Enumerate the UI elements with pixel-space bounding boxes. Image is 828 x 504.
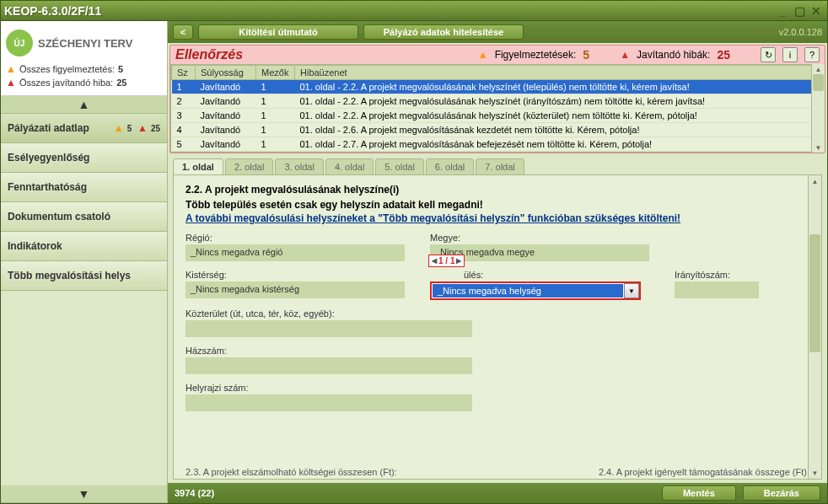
minimize-button[interactable]: _ <box>775 4 790 18</box>
verify-data-button[interactable]: Pályázó adatok hitelesítése <box>363 24 524 40</box>
scroll-down-icon[interactable]: ▼ <box>812 142 825 153</box>
logo-area: ÚJ SZÉCHENYI TERV ▲ Összes figyelmezteté… <box>1 21 167 96</box>
error-scrollbar[interactable]: ▲ ▼ <box>811 64 825 153</box>
warning-icon: ▲ <box>478 49 488 61</box>
warning-icon: ▲ <box>6 63 16 75</box>
form-scrollbar[interactable]: ▲ ▼ <box>808 175 821 479</box>
tab-page-4[interactable]: 4. oldal <box>325 158 374 174</box>
summary-errors: ▲ Összes javítandó hiba: 25 <box>6 77 162 88</box>
tabs-row: 1. oldal2. oldal3. oldal4. oldal5. oldal… <box>168 155 827 174</box>
back-button[interactable]: < <box>173 24 193 40</box>
helyrajzi-field[interactable] <box>185 394 472 411</box>
hazszam-field[interactable] <box>185 357 472 374</box>
toolbar: < Kitöltési útmutató Pályázó adatok hite… <box>168 21 827 43</box>
telepules-label: ülés: <box>464 270 641 280</box>
nav-item-indikatorok[interactable]: Indikátorok <box>1 232 167 261</box>
nav-item-tobb-megvalositasi[interactable]: Több megvalósítási helys <box>1 261 167 291</box>
section-subheading: Több település esetén csak egy helyszín … <box>185 199 809 211</box>
pager: ◀ 1 / 1 ▶ <box>428 255 465 267</box>
info-icon[interactable]: i <box>782 47 798 62</box>
table-row[interactable]: 3Javítandó101. oldal - 2.2. A projekt me… <box>172 109 824 123</box>
tab-page-2[interactable]: 2. oldal <box>225 158 273 174</box>
save-button[interactable]: Mentés <box>662 485 736 501</box>
tab-page-1[interactable]: 1. oldal <box>173 158 223 174</box>
scroll-up-icon[interactable]: ▲ <box>812 64 825 74</box>
nav-scroll-up[interactable]: ▲ <box>1 96 167 114</box>
error-icon: ▲ <box>6 77 16 88</box>
iranyitoszam-field[interactable] <box>675 281 759 298</box>
footer: 3974 (22) Mentés Bezárás <box>168 483 827 503</box>
iranyitoszam-label: Irányítószám: <box>675 270 759 280</box>
logo-text: SZÉCHENYI TERV <box>38 37 132 50</box>
chevron-down-icon[interactable]: ▼ <box>624 283 639 298</box>
regio-field[interactable]: _Nincs megadva régió <box>185 244 405 261</box>
nav-scroll-down[interactable]: ▼ <box>1 485 167 503</box>
section-heading: 2.2. A projekt megvalósulásának helyszín… <box>185 184 809 196</box>
kozterulet-label: Közterület (út, utca, tér, köz, egyéb): <box>185 308 472 319</box>
window-title: KEOP-6.3.0/2F/11 <box>4 4 775 18</box>
tab-page-6[interactable]: 6. oldal <box>426 158 474 174</box>
telepules-dropdown[interactable]: _Nincs megadva helység ▼ <box>430 281 641 300</box>
summary-warnings: ▲ Összes figyelmeztetés: 5 <box>6 63 162 75</box>
error-table: Sz Súlyosság Mezők Hibaüzenet 1Javítandó… <box>171 65 824 152</box>
pager-next-icon[interactable]: ▶ <box>456 257 461 265</box>
kisterseg-field[interactable]: _Nincs megadva kistérség <box>185 281 405 298</box>
sidebar: ÚJ SZÉCHENYI TERV ▲ Összes figyelmezteté… <box>1 21 168 503</box>
scroll-thumb[interactable] <box>813 74 824 91</box>
nav-item-eselyegyenloseg[interactable]: Esélyegyenlőség <box>1 143 167 173</box>
scroll-thumb[interactable] <box>809 234 820 352</box>
titlebar: KEOP-6.3.0/2F/11 _ ▢ ✕ <box>1 1 827 21</box>
cutoff-text: 2.3. A projekt elszámolható költségei ös… <box>185 467 809 477</box>
table-row[interactable]: 4Javítandó101. oldal - 2.6. A projekt me… <box>172 123 824 137</box>
pager-prev-icon[interactable]: ◀ <box>432 257 437 265</box>
scroll-down-icon[interactable]: ▼ <box>809 467 821 479</box>
table-row[interactable]: 2Javítandó101. oldal - 2.2. A projekt me… <box>172 94 824 109</box>
table-row[interactable]: 1Javítandó101. oldal - 2.2. A projekt me… <box>172 80 824 94</box>
section-link[interactable]: A további megvalósulási helyszíneket a "… <box>185 212 809 224</box>
error-panel: Ellenőrzés ▲ Figyelmeztetések: 5 ▲ Javít… <box>169 45 825 153</box>
table-header: Sz Súlyosság Mezők Hibaüzenet <box>172 66 824 80</box>
help-icon[interactable]: ? <box>804 47 820 62</box>
nav-item-fenntarthatosag[interactable]: Fenntarthatóság <box>1 173 167 202</box>
close-button[interactable]: ✕ <box>809 4 824 18</box>
kozterulet-field[interactable] <box>185 320 472 337</box>
nav-item-palyazati[interactable]: Pályázati adatlap ▲5 ▲25 <box>1 114 167 143</box>
refresh-icon[interactable]: ↻ <box>761 47 776 62</box>
table-row[interactable]: 5Javítandó101. oldal - 2.7. A projekt me… <box>172 137 824 152</box>
form-area: 2.2. A projekt megvalósulásának helyszín… <box>173 174 822 480</box>
kisterseg-label: Kistérség: <box>185 270 405 280</box>
tab-page-3[interactable]: 3. oldal <box>275 158 323 174</box>
help-guide-button[interactable]: Kitöltési útmutató <box>198 24 358 40</box>
helyrajzi-label: Helyrajzi szám: <box>185 383 472 393</box>
warning-icon: ▲ <box>114 122 124 134</box>
status-text: 3974 (22) <box>175 488 655 498</box>
tab-page-5[interactable]: 5. oldal <box>375 158 423 174</box>
nav-item-dokumentum[interactable]: Dokumentum csatoló <box>1 202 167 232</box>
regio-label: Régió: <box>185 233 405 243</box>
version-label: v2.0.0.128 <box>779 27 822 37</box>
maximize-button[interactable]: ▢ <box>792 4 807 18</box>
error-icon: ▲ <box>620 49 630 61</box>
logo-icon: ÚJ <box>6 29 33 56</box>
error-panel-title: Ellenőrzés <box>175 47 243 62</box>
tab-page-7[interactable]: 7. oldal <box>476 158 524 174</box>
hazszam-label: Házszám: <box>185 346 472 356</box>
close-button[interactable]: Bezárás <box>743 485 820 501</box>
megye-label: Megye: <box>430 233 649 243</box>
error-icon: ▲ <box>137 122 148 134</box>
scroll-up-icon[interactable]: ▲ <box>809 175 821 187</box>
